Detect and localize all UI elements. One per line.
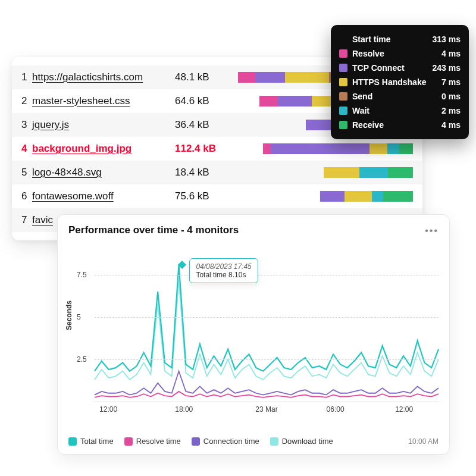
- chart-plot-area[interactable]: 2.557.504/08/2023 17:45Total time 8.10s: [95, 249, 439, 402]
- timing-bar-track: [234, 167, 413, 178]
- waterfall-row[interactable]: 4background_img.jpg112.4 kB: [12, 137, 422, 161]
- tooltip-label: HTTPS Handshake: [352, 77, 441, 87]
- chart-timestamp: 10:00 AM: [408, 437, 439, 446]
- tooltip-label: Resolve: [352, 49, 441, 58]
- swatch-icon: [192, 437, 200, 446]
- tooltip-value: 4 ms: [441, 120, 461, 130]
- waterfall-row[interactable]: 5logo-48×48.svg18.4 kB: [12, 161, 422, 184]
- tooltip-value: 7 ms: [441, 77, 461, 87]
- swatch-icon: [339, 121, 347, 129]
- timing-segment-wait: [359, 167, 388, 178]
- timing-bar[interactable]: [320, 191, 413, 202]
- y-tick-label: 5: [77, 313, 81, 321]
- timing-segment-https: [345, 191, 372, 202]
- timing-segment-resolve: [259, 96, 278, 107]
- legend-label: Connection time: [203, 437, 259, 446]
- timing-segment-tcp: [320, 191, 345, 202]
- swatch-icon: [339, 64, 347, 72]
- x-axis: 12:0018:0023 Mar06:0012:00: [95, 405, 439, 415]
- gridline: [95, 359, 439, 360]
- resource-name[interactable]: logo-48×48.svg: [32, 167, 175, 178]
- chart-line: [95, 265, 439, 371]
- legend-item[interactable]: Connection time: [192, 437, 259, 446]
- x-tick-label: 18:00: [175, 405, 193, 414]
- resource-name[interactable]: background_img.jpg: [32, 143, 175, 155]
- resource-name[interactable]: fontawesome.woff: [32, 190, 175, 202]
- tooltip-row: Wait2 ms: [339, 104, 461, 118]
- legend-item[interactable]: Resolve time: [124, 437, 181, 446]
- tooltip-row: Send0 ms: [339, 89, 461, 104]
- tooltip-row: HTTPS Handshake7 ms: [339, 75, 461, 89]
- timing-segment-wait: [387, 143, 399, 154]
- timing-segment-wait: [372, 191, 383, 202]
- tooltip-row: TCP Connect243 ms: [339, 61, 461, 75]
- row-index: 2: [21, 95, 32, 107]
- chart-menu-button[interactable]: •••: [425, 226, 439, 236]
- resource-name[interactable]: https://galacticshirts.com: [32, 71, 175, 83]
- chart-legend: Total timeResolve timeConnection timeDow…: [68, 437, 333, 446]
- x-axis-line: [95, 402, 439, 402]
- timing-segment-resolve: [238, 72, 255, 83]
- timing-segment-receive: [399, 143, 413, 154]
- gridline: [95, 275, 439, 275]
- legend-label: Total time: [80, 437, 114, 446]
- hover-value: Total time 8.10s: [196, 271, 251, 279]
- performance-chart-card: Performance over time - 4 monitors ••• S…: [57, 214, 450, 455]
- swatch-icon: [339, 107, 347, 115]
- timing-bar[interactable]: [324, 167, 413, 178]
- timing-bar[interactable]: [263, 143, 413, 154]
- timing-segment-tcp: [271, 143, 369, 154]
- swatch-icon: [124, 437, 133, 446]
- timing-tooltip: Start time313 msResolve4 msTCP Connect24…: [331, 25, 469, 139]
- resource-size: 36.4 kB: [175, 119, 234, 131]
- tooltip-value: 4 ms: [441, 49, 461, 58]
- timing-bar-track: [234, 143, 413, 154]
- swatch-icon: [339, 78, 347, 86]
- resource-name[interactable]: master-stylesheet.css: [32, 95, 175, 107]
- tooltip-row: Receive4 ms: [339, 118, 461, 132]
- y-tick-label: 7.5: [77, 271, 87, 279]
- row-index: 3: [21, 119, 32, 131]
- row-index: 6: [21, 190, 32, 202]
- tooltip-row: Resolve4 ms: [339, 46, 461, 61]
- row-index: 5: [21, 167, 32, 178]
- resource-size: 64.6 kB: [175, 95, 234, 107]
- chart-line: [95, 371, 439, 395]
- hover-time: 04/08/2023 17:45: [196, 262, 251, 271]
- timing-segment-https: [369, 143, 387, 154]
- timing-segment-tcp: [255, 72, 285, 83]
- waterfall-row[interactable]: 6fontawesome.woff75.6 kB: [12, 184, 422, 208]
- swatch-icon: [339, 92, 347, 101]
- legend-label: Resolve time: [136, 437, 181, 446]
- tooltip-label: TCP Connect: [352, 63, 433, 73]
- resource-size: 112.4 kB: [175, 143, 234, 155]
- timing-segment-tcp: [278, 96, 312, 107]
- chart-hover-tooltip: 04/08/2023 17:45Total time 8.10s: [189, 258, 258, 283]
- x-tick-label: 23 Mar: [255, 405, 277, 414]
- resource-name[interactable]: jquery.js: [32, 119, 175, 131]
- swatch-icon: [270, 437, 278, 446]
- row-index: 4: [21, 143, 32, 155]
- tooltip-value: 0 ms: [441, 92, 461, 101]
- tooltip-value: 2 ms: [441, 106, 461, 115]
- y-tick-label: 2.5: [77, 355, 87, 364]
- swatch-icon: [339, 49, 347, 58]
- legend-item[interactable]: Total time: [68, 437, 114, 446]
- timing-bar-track: [234, 191, 413, 202]
- chart-title: Performance over time - 4 monitors: [68, 224, 439, 236]
- tooltip-header-label: Start time: [352, 35, 433, 44]
- timing-segment-receive: [388, 167, 413, 178]
- swatch-icon: [68, 437, 77, 446]
- chart-line: [95, 280, 439, 380]
- resource-size: 18.4 kB: [175, 167, 234, 178]
- row-index: 1: [21, 71, 32, 83]
- x-tick-label: 06:00: [327, 405, 345, 414]
- gridline: [95, 317, 439, 318]
- timing-segment-https: [285, 72, 329, 83]
- tooltip-label: Send: [352, 92, 441, 101]
- resource-size: 48.1 kB: [175, 71, 234, 83]
- legend-item[interactable]: Download time: [270, 437, 333, 446]
- y-axis-label: Seconds: [65, 300, 73, 330]
- row-index: 7: [21, 214, 32, 226]
- timing-segment-resolve: [263, 143, 271, 154]
